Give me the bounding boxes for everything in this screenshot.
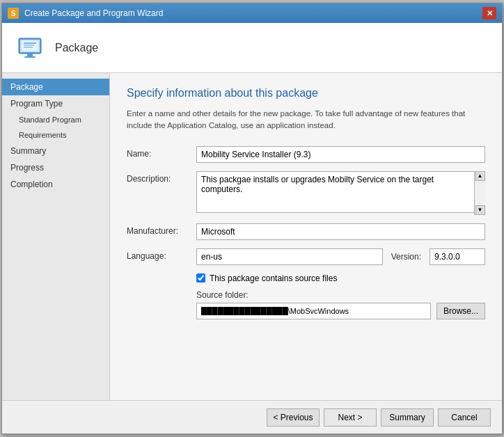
main-content: Specify information about this package E… xyxy=(110,73,502,400)
header-title: Package xyxy=(55,42,98,54)
cancel-button[interactable]: Cancel xyxy=(438,408,491,427)
title-bar-left: S Create Package and Program Wizard xyxy=(8,8,163,19)
svg-rect-2 xyxy=(22,41,38,51)
manufacturer-input[interactable] xyxy=(196,223,485,240)
sidebar-item-standard-program[interactable]: Standard Program xyxy=(2,112,109,127)
title-bar: S Create Package and Program Wizard ✕ xyxy=(2,3,502,23)
name-control xyxy=(196,146,485,163)
source-folder-row: Browse... xyxy=(127,303,485,319)
source-files-checkbox[interactable] xyxy=(196,273,205,283)
version-label: Version: xyxy=(391,252,421,262)
description-input[interactable]: This packgae installs or upgrades Mobilt… xyxy=(196,171,485,213)
description-row: Description: This packgae installs or up… xyxy=(127,171,485,215)
version-input[interactable] xyxy=(430,248,485,265)
sidebar-item-requirements[interactable]: Requirements xyxy=(2,127,109,143)
checkbox-row: This package contains source files xyxy=(196,273,485,283)
app-icon: S xyxy=(8,8,19,19)
sidebar-item-package[interactable]: Package xyxy=(2,79,109,95)
page-title: Specify information about this package xyxy=(127,87,485,100)
sidebar-item-progress[interactable]: Progress xyxy=(2,159,109,176)
source-folder-control: Browse... xyxy=(196,303,485,319)
sidebar-item-summary[interactable]: Summary xyxy=(2,143,109,159)
name-input[interactable] xyxy=(196,146,485,163)
source-path-input[interactable] xyxy=(196,303,431,319)
inline-row: Version: xyxy=(196,248,485,265)
package-icon xyxy=(13,31,47,65)
window-title: Create Package and Program Wizard xyxy=(24,8,163,18)
main-window: S Create Package and Program Wizard ✕ Pa… xyxy=(1,3,503,434)
source-files-label: This package contains source files xyxy=(210,273,337,283)
source-folder-label: Source folder: xyxy=(196,290,485,300)
language-input[interactable] xyxy=(196,248,383,265)
summary-button[interactable]: Summary xyxy=(381,408,434,427)
description-label: Description: xyxy=(127,171,196,184)
previous-button[interactable]: < Previous xyxy=(267,408,320,427)
scrollbar-vertical[interactable]: ▲ ▼ xyxy=(474,171,485,215)
manufacturer-row: Manufacturer: xyxy=(127,223,485,240)
next-button[interactable]: Next > xyxy=(324,408,377,427)
sidebar: Package Program Type Standard Program Re… xyxy=(2,73,110,400)
scroll-down-btn[interactable]: ▼ xyxy=(475,205,485,215)
svg-rect-6 xyxy=(27,54,33,56)
svg-rect-7 xyxy=(24,56,36,58)
close-button[interactable]: ✕ xyxy=(482,7,496,19)
sidebar-item-program-type[interactable]: Program Type xyxy=(2,95,109,112)
textarea-wrapper: This packgae installs or upgrades Mobilt… xyxy=(196,171,485,215)
browse-button[interactable]: Browse... xyxy=(436,303,485,319)
manufacturer-control xyxy=(196,223,485,240)
scroll-up-btn[interactable]: ▲ xyxy=(475,171,485,181)
header-area: Package xyxy=(2,23,502,73)
sidebar-item-completion[interactable]: Completion xyxy=(2,176,109,193)
footer: < Previous Next > Summary Cancel xyxy=(2,400,502,434)
name-row: Name: xyxy=(127,146,485,163)
content-area: Package Program Type Standard Program Re… xyxy=(2,73,502,400)
language-version-control: Version: xyxy=(196,248,485,265)
manufacturer-label: Manufacturer: xyxy=(127,223,196,236)
language-label: Language: xyxy=(127,248,196,261)
name-label: Name: xyxy=(127,146,196,159)
description-control: This packgae installs or upgrades Mobilt… xyxy=(196,171,485,215)
description-text: Enter a name and other details for the n… xyxy=(127,108,485,132)
language-version-row: Language: Version: xyxy=(127,248,485,265)
